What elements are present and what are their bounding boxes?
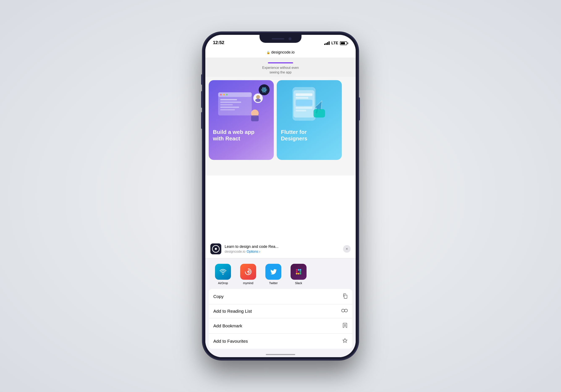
silent-button[interactable] [201,74,203,85]
reading-list-label: Add to Reading List [213,309,252,314]
action-list: Copy Add to Reading List [209,289,352,349]
bookmark-icon [342,323,348,329]
signal-bars [324,41,330,45]
svg-rect-22 [296,97,308,99]
svg-rect-23 [296,100,313,106]
share-info: Learn to design and code Rea... designco… [225,244,340,254]
svg-rect-34 [300,271,301,273]
signal-bar-2 [326,43,327,45]
card-react-illustration [209,80,274,126]
screen: 12:52 LTE [205,35,356,357]
svg-rect-21 [296,93,313,96]
svg-point-27 [219,267,227,276]
airdrop-label: AirDrop [218,281,228,285]
site-icon-dot [215,248,217,250]
reading-list-icon [341,308,348,314]
svg-rect-11 [220,104,233,105]
share-header: Learn to design and code Rea... designco… [205,239,356,258]
airdrop-icon [215,264,231,280]
signal-bar-1 [324,44,325,45]
svg-point-39 [342,309,345,312]
mymind-icon [240,264,256,280]
svg-rect-12 [220,106,239,108]
app-icons-row: AirDrop mymind [205,260,356,289]
lock-icon: 🔒 [266,51,270,54]
lte-label: LTE [331,41,338,45]
slack-label: Slack [295,281,302,285]
app-item-airdrop[interactable]: AirDrop [210,264,236,285]
svg-point-6 [220,94,222,95]
svg-point-28 [223,274,224,275]
card-react-title: Build a web appwith React [209,126,274,143]
url-domain: designcode.io [271,50,295,54]
twitter-label: Twitter [269,281,278,285]
card-flutter-illustration [277,80,342,126]
notch [259,35,302,43]
card-flutter-title: Flutter forDesigners [277,126,342,143]
share-options-link[interactable]: Options › [247,250,260,254]
volume-down-button[interactable] [201,112,203,129]
svg-rect-26 [313,109,325,117]
mymind-label: mymind [243,281,253,285]
svg-point-18 [255,99,261,102]
app-item-twitter[interactable]: Twitter [261,264,286,285]
battery [340,41,348,45]
camera [289,37,291,40]
power-button[interactable] [358,97,360,120]
status-time: 12:52 [213,40,224,45]
svg-rect-36 [298,273,299,275]
status-icons: LTE [324,41,348,45]
phone-frame: 12:52 LTE [203,32,358,360]
svg-rect-31 [296,269,298,271]
share-page-title: Learn to design and code Rea... [225,244,340,249]
card-react[interactable]: Build a web appwith React [209,80,274,160]
share-sheet: Learn to design and code Rea... designco… [205,239,356,357]
app-item-mymind[interactable]: mymind [236,264,261,285]
svg-rect-9 [220,99,237,100]
browser-content: Experience without even seeing the app [205,58,356,175]
signal-bar-4 [329,41,330,45]
svg-point-8 [226,94,227,95]
action-favourites[interactable]: Add to Favourites [209,334,352,349]
site-icon-ring [212,245,220,253]
copy-label: Copy [213,294,224,299]
action-copy[interactable]: Copy [209,289,352,304]
svg-rect-33 [300,269,301,271]
action-reading-list[interactable]: Add to Reading List [209,304,352,318]
speaker [272,38,284,40]
svg-rect-15 [251,116,259,121]
twitter-icon [265,264,281,280]
signal-bar-3 [327,42,328,45]
card-flutter[interactable]: Flutter forDesigners [277,80,342,160]
share-close-button[interactable]: × [343,245,351,253]
subtitle-line2: seeing the app [270,71,292,74]
blue-card-svg [288,84,330,123]
svg-point-3 [264,89,265,90]
react-icon-badge [259,84,270,95]
svg-rect-35 [300,273,301,275]
app-item-slack[interactable]: Slack [286,264,311,285]
action-bookmark[interactable]: Add Bookmark [209,318,352,334]
svg-point-7 [223,94,225,95]
url-bar[interactable]: 🔒 designcode.io [205,47,356,58]
share-site-icon [210,244,221,254]
svg-rect-13 [220,109,235,110]
home-indicator [266,354,295,355]
copy-icon [342,293,348,300]
svg-rect-24 [296,107,313,109]
bookmark-label: Add Bookmark [213,323,242,328]
phone-body: 12:52 LTE [203,32,358,360]
svg-rect-32 [298,269,299,271]
svg-point-17 [256,95,260,99]
battery-body [340,41,347,45]
progress-bar [268,62,293,63]
url-text: 🔒 designcode.io [266,50,295,54]
cards-row: Build a web appwith React [205,77,356,160]
subtitle-line1: Experience without even [262,66,299,70]
share-url-text: designcode.io [225,250,245,254]
svg-rect-30 [296,271,298,273]
battery-tip [347,42,348,44]
svg-rect-37 [296,273,298,275]
battery-fill [341,42,345,44]
volume-up-button[interactable] [201,91,203,108]
